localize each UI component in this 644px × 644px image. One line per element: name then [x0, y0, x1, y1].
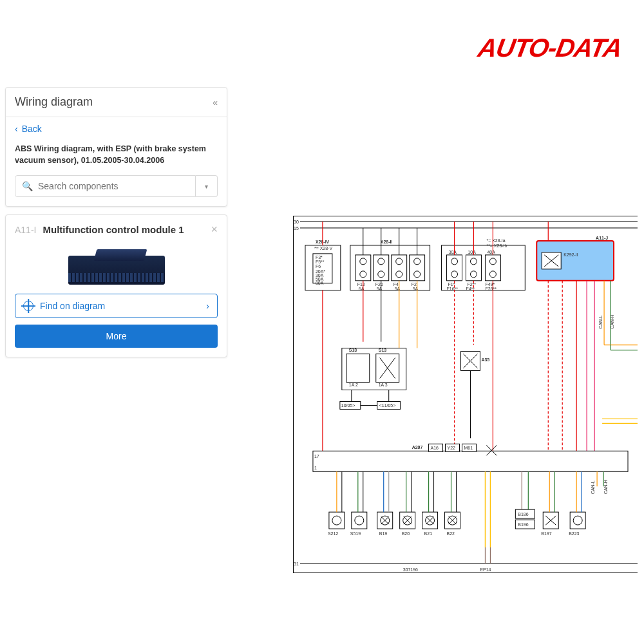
- component-actions: Find on diagram › More: [6, 294, 227, 357]
- module-icon: [68, 249, 165, 285]
- component-name: Multifunction control module 1: [43, 224, 211, 235]
- svg-text:Y22: Y22: [448, 446, 456, 450]
- svg-text:<11/05>: <11/05>: [379, 403, 396, 408]
- svg-text:S13: S13: [379, 348, 387, 352]
- svg-text:S212: S212: [328, 531, 338, 536]
- svg-text:A207: A207: [412, 445, 423, 450]
- svg-text:1A 2: 1A 2: [349, 383, 358, 388]
- svg-text:B223: B223: [569, 531, 579, 536]
- search-row: 🔍 ▾: [15, 175, 218, 197]
- wiring-diagram-canvas[interactable]: 30 15 X28-IV *= X28-V F3* F5** F6 20A* 3…: [293, 216, 638, 573]
- svg-rect-110: [313, 451, 628, 471]
- svg-point-31: [396, 271, 402, 278]
- svg-text:B21: B21: [424, 531, 433, 536]
- svg-text:F12: F12: [357, 282, 365, 287]
- svg-text:40A: 40A: [487, 250, 495, 254]
- svg-point-58: [470, 271, 477, 278]
- svg-text:*= X28-V: *= X28-V: [314, 246, 332, 251]
- svg-text:30A: 30A: [449, 250, 457, 254]
- svg-text:F16**: F16**: [447, 287, 459, 291]
- search-input-wrap[interactable]: 🔍: [15, 175, 196, 197]
- svg-rect-94: [346, 354, 370, 383]
- component-header: A11-I Multifunction control module 1 ×: [6, 215, 227, 244]
- svg-text:*= X28-Ia: *= X28-Ia: [486, 238, 505, 243]
- svg-point-121: [332, 516, 341, 525]
- svg-text:A35: A35: [481, 357, 489, 362]
- svg-text:F2: F2: [412, 282, 417, 287]
- back-label: Back: [22, 124, 42, 134]
- svg-point-26: [378, 271, 384, 278]
- svg-text:EP14: EP14: [480, 567, 491, 572]
- wiring-panel-header: Wiring diagram «: [6, 88, 227, 117]
- svg-point-36: [414, 271, 421, 278]
- svg-text:B197: B197: [541, 531, 551, 536]
- svg-text:F20: F20: [375, 282, 383, 287]
- svg-text:80A: 80A: [316, 281, 324, 285]
- wiring-panel-body: ‹ Back ABS Wiring diagram, with ESP (wit…: [6, 117, 227, 206]
- svg-point-51: [451, 258, 458, 265]
- svg-text:307196: 307196: [403, 567, 418, 572]
- brand-logo: AUTO-DATA: [476, 33, 624, 62]
- svg-text:X28-II: X28-II: [381, 240, 393, 244]
- find-label: Find on diagram: [40, 301, 105, 311]
- svg-text:15: 15: [294, 226, 299, 231]
- chevron-right-icon: ›: [206, 301, 209, 311]
- svg-text:31: 31: [294, 562, 299, 566]
- component-image: [6, 244, 227, 294]
- svg-text:F4: F4: [393, 282, 399, 287]
- svg-text:F28**: F28**: [485, 287, 497, 291]
- svg-point-57: [470, 258, 477, 265]
- svg-text:30: 30: [294, 220, 299, 224]
- svg-point-124: [355, 516, 364, 525]
- svg-point-63: [489, 258, 496, 265]
- svg-text:B196: B196: [518, 522, 528, 527]
- svg-text:5A: 5A: [377, 287, 383, 291]
- collapse-icon[interactable]: «: [213, 97, 218, 108]
- component-code: A11-I: [15, 225, 36, 235]
- svg-text:10A: 10A: [468, 250, 476, 254]
- wiring-panel: Wiring diagram « ‹ Back ABS Wiring diagr…: [5, 87, 227, 207]
- svg-point-145: [573, 516, 582, 525]
- close-icon[interactable]: ×: [211, 223, 218, 236]
- svg-text:S13: S13: [349, 348, 357, 352]
- component-panel: A11-I Multifunction control module 1 × F…: [5, 214, 227, 357]
- svg-point-35: [414, 258, 421, 265]
- svg-text:CAN-H: CAN-H: [610, 315, 614, 329]
- svg-text:F49*: F49*: [485, 282, 495, 287]
- svg-text:K292-II: K292-II: [564, 252, 578, 257]
- diagram-svg: 30 15 X28-IV *= X28-V F3* F5** F6 20A* 3…: [294, 216, 638, 573]
- more-button[interactable]: More: [15, 325, 218, 348]
- svg-point-25: [378, 258, 384, 265]
- search-dropdown[interactable]: ▾: [196, 175, 218, 197]
- diagram-description: ABS Wiring diagram, with ESP (with brake…: [15, 143, 218, 166]
- svg-point-20: [360, 258, 366, 265]
- svg-text:B19: B19: [379, 531, 388, 536]
- svg-text:1A 3: 1A 3: [379, 383, 388, 388]
- wiring-panel-title: Wiring diagram: [15, 95, 93, 109]
- chevron-left-icon: ‹: [15, 124, 18, 134]
- svg-text:1: 1: [314, 466, 317, 470]
- svg-text:A11-J: A11-J: [596, 236, 608, 240]
- svg-text:B186: B186: [518, 512, 528, 516]
- search-input[interactable]: [38, 181, 189, 191]
- svg-point-21: [360, 271, 366, 278]
- sidebar: Wiring diagram « ‹ Back ABS Wiring diagr…: [5, 87, 227, 357]
- more-label: More: [106, 331, 127, 341]
- svg-text:M61: M61: [464, 446, 473, 450]
- search-icon: 🔍: [22, 181, 33, 191]
- target-icon: [23, 301, 33, 311]
- svg-text:CAN-H: CAN-H: [603, 480, 608, 494]
- svg-point-52: [451, 271, 458, 278]
- svg-text:CAN-L: CAN-L: [591, 480, 595, 494]
- svg-text:F5**: F5**: [316, 260, 325, 264]
- svg-point-64: [489, 271, 496, 278]
- svg-point-30: [396, 258, 402, 265]
- back-link[interactable]: ‹ Back: [15, 124, 218, 134]
- svg-text:10/05>: 10/05>: [341, 403, 355, 408]
- svg-text:F6: F6: [316, 264, 321, 269]
- svg-text:S519: S519: [350, 531, 361, 536]
- svg-text:F3*: F3*: [316, 255, 323, 260]
- find-on-diagram-button[interactable]: Find on diagram ›: [15, 294, 218, 318]
- svg-text:F2**: F2**: [467, 282, 476, 287]
- svg-text:B22: B22: [447, 531, 455, 536]
